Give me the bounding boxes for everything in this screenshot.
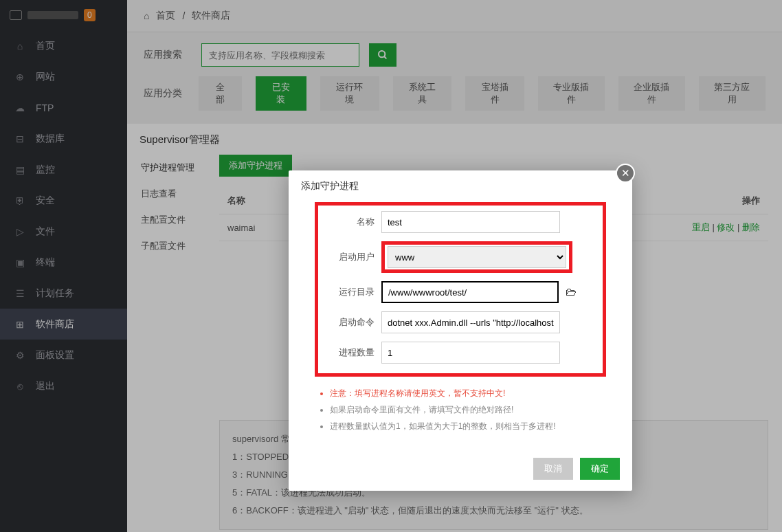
- label-count: 进程数量: [325, 346, 375, 359]
- input-name[interactable]: [381, 211, 560, 233]
- ok-button[interactable]: 确定: [580, 458, 620, 480]
- add-process-modal: 添加守护进程 名称 启动用户 www 运行目录 🗁 启动命令: [289, 170, 632, 491]
- modal-note: 注意：填写进程名称请使用英文，暂不支持中文!: [330, 385, 601, 401]
- label-dir: 运行目录: [325, 286, 375, 298]
- modal-title: 添加守护进程: [289, 170, 632, 202]
- close-icon[interactable]: ✕: [616, 164, 635, 183]
- input-count[interactable]: [381, 342, 560, 364]
- highlight-frame-2: www: [381, 241, 572, 273]
- folder-icon[interactable]: 🗁: [566, 286, 577, 298]
- input-cmd[interactable]: [381, 311, 560, 333]
- cancel-button[interactable]: 取消: [533, 458, 573, 480]
- highlight-frame-1: 名称 启动用户 www 运行目录 🗁 启动命令: [315, 202, 606, 377]
- label-user: 启动用户: [325, 251, 375, 263]
- modal-note: 进程数量默认值为1，如果值为大于1的整数，则相当于多进程!: [330, 418, 601, 434]
- label-cmd: 启动命令: [325, 316, 375, 329]
- select-user[interactable]: www: [388, 246, 566, 268]
- input-dir[interactable]: [381, 281, 559, 303]
- modal-note: 如果启动命令里面有文件，请填写文件的绝对路径!: [330, 401, 601, 418]
- label-name: 名称: [325, 216, 375, 228]
